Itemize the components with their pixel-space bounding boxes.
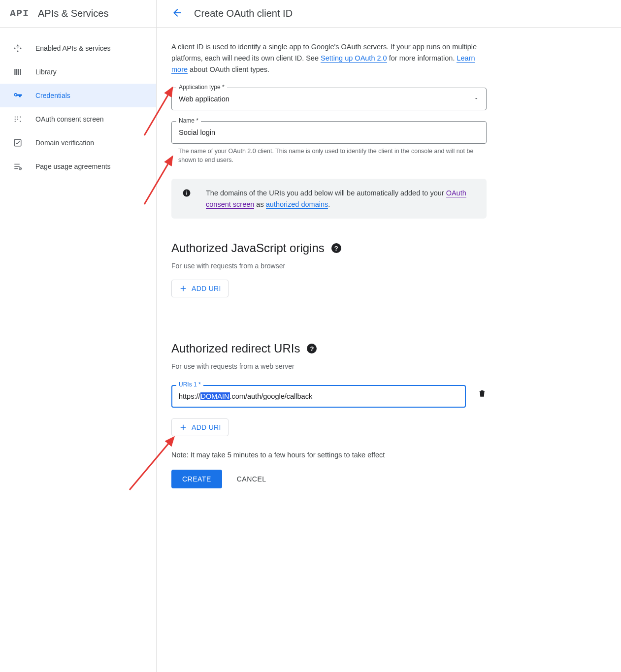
domain-verification-icon [13,138,23,148]
application-type-select[interactable]: Web application [171,88,487,110]
page-usage-icon [13,161,23,171]
sidebar-item-credentials[interactable]: Credentials [0,84,156,107]
svg-point-8 [15,116,16,117]
create-button[interactable]: CREATE [171,470,222,488]
intro-text: A client ID is used to identify a single… [171,41,487,76]
sidebar-item-label: Domain verification [35,139,94,147]
name-field: Name * [171,121,487,144]
banner-end: . [328,200,330,208]
add-uri-label: ADD URI [192,423,221,431]
uri-1-input[interactable]: https://DOMAIN.com/auth/google/callback [171,385,466,408]
sidebar-item-oauth-consent[interactable]: OAuth consent screen [0,107,156,131]
redirect-header: Authorized redirect URIs ? [171,342,487,355]
svg-rect-22 [186,191,187,192]
svg-rect-17 [14,166,20,167]
uri-1-field: URIs 1 * https://DOMAIN.com/auth/google/… [171,385,466,408]
info-icon [182,189,191,200]
content: A client ID is used to identify a single… [157,28,501,502]
uri-1-post: .com/auth/google/callback [230,392,313,400]
uri-1-label: URIs 1 * [176,381,203,388]
redirect-desc: For use with requests from a web server [171,362,487,370]
sidebar-item-domain-verification[interactable]: Domain verification [0,131,156,155]
svg-point-0 [17,45,19,46]
intro-part2: for more information. [387,54,457,62]
name-input[interactable] [171,121,487,144]
help-icon[interactable]: ? [331,243,341,253]
sidebar-item-page-usage[interactable]: Page usage agreements [0,155,156,178]
sidebar-item-label: OAuth consent screen [35,115,104,123]
svg-point-14 [20,121,21,122]
sidebar-item-enabled-apis[interactable]: Enabled APIs & services [0,36,156,60]
application-type-field: Application type * Web application [171,88,487,110]
sidebar-item-label: Page usage agreements [35,162,111,170]
svg-rect-18 [14,168,18,169]
intro-part3: about OAuth client types. [188,65,269,73]
svg-rect-16 [14,164,20,165]
plus-icon [179,284,188,293]
js-origins-title: Authorized JavaScript origins [171,241,325,255]
application-type-value: Web application [179,95,229,103]
credentials-icon [13,91,23,100]
cancel-button[interactable]: CANCEL [235,470,268,488]
actions: CREATE CANCEL [171,470,487,488]
info-banner: The domains of the URIs you add below wi… [171,179,487,219]
sidebar: API APIs & Services Enabled APIs & servi… [0,0,157,672]
help-icon[interactable]: ? [307,344,317,353]
banner-mid: as [254,200,265,208]
sidebar-item-label: Enabled APIs & services [35,44,111,52]
sidebar-item-label: Library [35,68,57,76]
plus-icon [179,423,188,432]
svg-rect-5 [16,69,17,75]
sidebar-title: APIs & Services [38,8,108,19]
enabled-apis-icon [13,43,23,53]
name-helper: The name of your OAuth 2.0 client. This … [171,147,487,165]
svg-point-13 [20,116,21,117]
info-banner-text: The domains of the URIs you add below wi… [206,188,476,210]
svg-rect-21 [186,192,187,195]
js-origins-header: Authorized JavaScript origins ? [171,241,487,255]
main: Create OAuth client ID A client ID is us… [157,0,621,672]
library-icon [13,67,23,77]
redirect-title: Authorized redirect URIs [171,342,300,355]
oauth-consent-icon [13,114,23,124]
svg-point-11 [17,116,18,117]
chevron-down-icon [473,95,479,103]
note-text: Note: It may take 5 minutes to a few hou… [171,451,487,459]
link-authorized-domains[interactable]: authorized domains [266,200,328,209]
back-arrow-icon[interactable] [171,7,183,20]
page-title: Create OAuth client ID [194,8,293,19]
svg-point-1 [14,48,16,49]
svg-rect-6 [18,69,19,75]
svg-point-3 [17,51,19,52]
add-js-uri-button[interactable]: ADD URI [171,280,229,297]
main-header: Create OAuth client ID [157,0,621,28]
trash-icon [478,388,487,398]
sidebar-item-label: Credentials [35,92,70,99]
link-setting-up-oauth[interactable]: Setting up OAuth 2.0 [321,54,387,63]
name-label: Name * [176,117,201,124]
sidebar-item-library[interactable]: Library [0,60,156,84]
svg-rect-4 [14,69,15,75]
js-origins-desc: For use with requests from a browser [171,262,487,270]
banner-part1: The domains of the URIs you add below wi… [206,189,446,197]
svg-point-9 [15,119,16,120]
uri-1-selection: DOMAIN [200,392,230,400]
svg-point-12 [17,119,18,120]
api-logo: API [10,8,29,19]
sidebar-nav: Enabled APIs & services Library Credenti… [0,28,156,178]
application-type-label: Application type * [176,84,227,91]
svg-point-2 [20,48,22,49]
uri-1-pre: https:// [179,392,200,400]
svg-rect-7 [20,69,21,75]
add-redirect-uri-button[interactable]: ADD URI [171,418,229,436]
delete-uri-button[interactable] [478,388,487,400]
add-uri-label: ADD URI [192,285,221,292]
uri-row-1: URIs 1 * https://DOMAIN.com/auth/google/… [171,380,487,408]
sidebar-header: API APIs & Services [0,0,156,28]
svg-point-10 [15,121,16,122]
